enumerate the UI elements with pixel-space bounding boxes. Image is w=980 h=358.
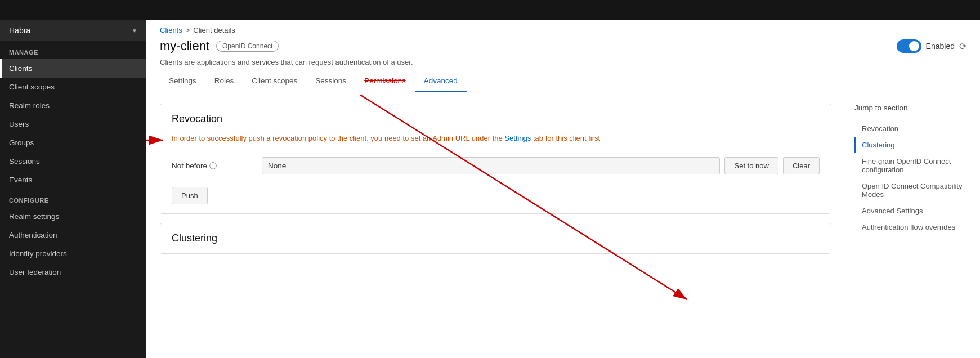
sidebar-item-realm-settings[interactable]: Realm settings xyxy=(0,207,146,226)
sidebar-item-events[interactable]: Events xyxy=(0,171,146,189)
sidebar-item-authentication[interactable]: Authentication xyxy=(0,226,146,244)
breadcrumb-current: Client details xyxy=(193,26,235,34)
sidebar-item-user-federation[interactable]: User federation xyxy=(0,263,146,281)
tab-settings[interactable]: Settings xyxy=(160,71,205,92)
not-before-label-text: Not before xyxy=(172,162,207,170)
sidebar-item-realm-roles[interactable]: Realm roles xyxy=(0,96,146,115)
page-title: my-client xyxy=(160,39,209,53)
jump-oidc-compat[interactable]: Open ID Connect Compatibility Modes xyxy=(854,178,971,202)
jump-advanced-settings[interactable]: Advanced Settings xyxy=(854,203,971,218)
revocation-title: Revocation xyxy=(160,104,831,134)
dropdown-arrow-icon: ▼ xyxy=(132,28,137,34)
clustering-title: Clustering xyxy=(172,232,820,244)
revocation-info: In order to successfully push a revocati… xyxy=(160,134,831,151)
subtitle-text: Clients are applications and services th… xyxy=(160,58,413,66)
jump-to-section-title: Jump to section xyxy=(854,104,971,112)
tab-roles[interactable]: Roles xyxy=(205,71,243,92)
manage-section-label: Manage xyxy=(0,41,146,59)
content-area: Clients > Client details my-client OpenI… xyxy=(146,20,980,358)
sidebar-item-sessions[interactable]: Sessions xyxy=(0,152,146,171)
jump-auth-flow[interactable]: Authentication flow overrides xyxy=(854,220,971,235)
page-header: my-client OpenID Connect Enabled ⟳ xyxy=(146,37,980,58)
not-before-input-area: Set to now Clear xyxy=(262,157,820,174)
sidebar-item-groups[interactable]: Groups xyxy=(0,133,146,152)
tab-content-wrapper: Revocation In order to successfully push… xyxy=(146,92,980,358)
jump-fine-grain[interactable]: Fine grain OpenID Connect configuration xyxy=(854,154,971,177)
subtitle: Clients are applications and services th… xyxy=(146,58,980,71)
jump-revocation[interactable]: Revocation xyxy=(854,121,971,136)
tab-advanced[interactable]: Advanced xyxy=(415,71,467,92)
sidebar-item-identity-providers[interactable]: Identity providers xyxy=(0,244,146,263)
set-to-now-button[interactable]: Set to now xyxy=(724,157,778,174)
tab-client-scopes[interactable]: Client scopes xyxy=(243,71,306,92)
client-type-badge: OpenID Connect xyxy=(216,41,279,52)
push-button[interactable]: Push xyxy=(172,187,208,204)
breadcrumb-clients-link[interactable]: Clients xyxy=(160,26,182,34)
sidebar-item-users[interactable]: Users xyxy=(0,115,146,133)
info-settings-link[interactable]: Settings xyxy=(504,134,531,142)
clear-button[interactable]: Clear xyxy=(783,157,820,174)
breadcrumb-separator: > xyxy=(186,26,190,34)
info-text-post: tab for this client first xyxy=(531,134,600,142)
tabs-bar: Settings Roles Client scopes Sessions Pe… xyxy=(146,71,980,92)
help-icon[interactable]: ⟳ xyxy=(959,41,966,52)
not-before-input[interactable] xyxy=(262,157,720,174)
toggle-slider xyxy=(897,39,921,53)
enabled-label: Enabled xyxy=(926,42,955,51)
breadcrumb: Clients > Client details xyxy=(146,20,980,37)
realm-dropdown[interactable]: Habra ▼ xyxy=(0,20,146,41)
sidebar-item-clients[interactable]: Clients xyxy=(0,59,146,78)
right-panel: Jump to section Revocation Clustering Fi… xyxy=(845,92,980,358)
sidebar-item-client-scopes[interactable]: Client scopes xyxy=(0,78,146,96)
revocation-section: Revocation In order to successfully push… xyxy=(160,104,831,214)
jump-clustering[interactable]: Clustering xyxy=(854,137,971,153)
tab-sessions[interactable]: Sessions xyxy=(306,71,355,92)
tab-permissions[interactable]: Permissions xyxy=(355,71,415,92)
main-content: Revocation In order to successfully push… xyxy=(146,92,845,358)
header-right: Enabled ⟳ xyxy=(897,39,966,53)
sidebar: Habra ▼ Manage Clients Client scopes Rea… xyxy=(0,20,146,358)
clustering-section: Clustering xyxy=(160,223,831,254)
enabled-toggle[interactable] xyxy=(897,39,921,53)
info-text-pre: In order to successfully push a revocati… xyxy=(172,134,504,142)
not-before-help-icon[interactable]: ⓘ xyxy=(209,161,217,171)
not-before-row: Not before ⓘ Set to now Clear xyxy=(160,151,831,180)
realm-label: Habra xyxy=(9,26,30,35)
configure-section-label: Configure xyxy=(0,189,146,207)
not-before-label: Not before ⓘ xyxy=(172,161,262,171)
push-action-area: Push xyxy=(160,180,831,213)
clustering-content: Clustering xyxy=(160,223,831,253)
